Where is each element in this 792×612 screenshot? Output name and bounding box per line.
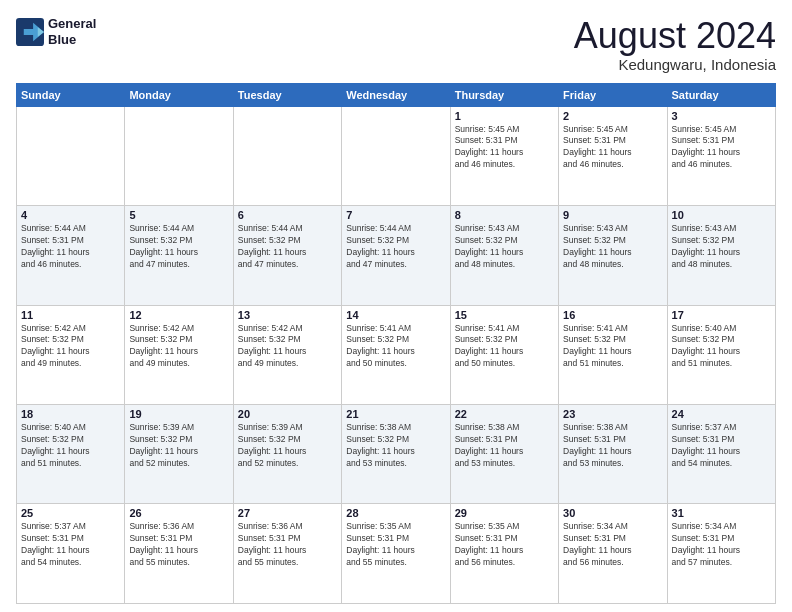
day-number: 23 [563, 408, 662, 420]
weekday-header: Thursday [450, 83, 558, 106]
calendar-cell [17, 106, 125, 205]
day-number: 26 [129, 507, 228, 519]
calendar-cell: 22Sunrise: 5:38 AM Sunset: 5:31 PM Dayli… [450, 405, 558, 504]
calendar-cell [233, 106, 341, 205]
logo-text: General Blue [48, 16, 96, 47]
weekday-header: Tuesday [233, 83, 341, 106]
calendar-cell: 13Sunrise: 5:42 AM Sunset: 5:32 PM Dayli… [233, 305, 341, 404]
calendar-cell: 23Sunrise: 5:38 AM Sunset: 5:31 PM Dayli… [559, 405, 667, 504]
location: Kedungwaru, Indonesia [574, 56, 776, 73]
day-info: Sunrise: 5:42 AM Sunset: 5:32 PM Dayligh… [238, 323, 337, 371]
day-number: 25 [21, 507, 120, 519]
day-number: 24 [672, 408, 771, 420]
day-info: Sunrise: 5:36 AM Sunset: 5:31 PM Dayligh… [238, 521, 337, 569]
weekday-header: Monday [125, 83, 233, 106]
calendar-week-row: 25Sunrise: 5:37 AM Sunset: 5:31 PM Dayli… [17, 504, 776, 604]
day-number: 28 [346, 507, 445, 519]
day-number: 21 [346, 408, 445, 420]
day-number: 7 [346, 209, 445, 221]
page: General Blue August 2024 Kedungwaru, Ind… [0, 0, 792, 612]
calendar-cell: 12Sunrise: 5:42 AM Sunset: 5:32 PM Dayli… [125, 305, 233, 404]
month-title: August 2024 [574, 16, 776, 56]
day-info: Sunrise: 5:44 AM Sunset: 5:31 PM Dayligh… [21, 223, 120, 271]
day-info: Sunrise: 5:42 AM Sunset: 5:32 PM Dayligh… [129, 323, 228, 371]
day-info: Sunrise: 5:39 AM Sunset: 5:32 PM Dayligh… [238, 422, 337, 470]
calendar-cell: 28Sunrise: 5:35 AM Sunset: 5:31 PM Dayli… [342, 504, 450, 604]
day-number: 27 [238, 507, 337, 519]
day-number: 22 [455, 408, 554, 420]
day-number: 20 [238, 408, 337, 420]
day-info: Sunrise: 5:45 AM Sunset: 5:31 PM Dayligh… [455, 124, 554, 172]
calendar-cell: 4Sunrise: 5:44 AM Sunset: 5:31 PM Daylig… [17, 206, 125, 305]
calendar-cell: 20Sunrise: 5:39 AM Sunset: 5:32 PM Dayli… [233, 405, 341, 504]
day-number: 16 [563, 309, 662, 321]
day-info: Sunrise: 5:37 AM Sunset: 5:31 PM Dayligh… [21, 521, 120, 569]
calendar-cell: 31Sunrise: 5:34 AM Sunset: 5:31 PM Dayli… [667, 504, 775, 604]
calendar-week-row: 4Sunrise: 5:44 AM Sunset: 5:31 PM Daylig… [17, 206, 776, 305]
calendar-cell: 27Sunrise: 5:36 AM Sunset: 5:31 PM Dayli… [233, 504, 341, 604]
calendar-cell [125, 106, 233, 205]
calendar-table: SundayMondayTuesdayWednesdayThursdayFrid… [16, 83, 776, 604]
day-info: Sunrise: 5:44 AM Sunset: 5:32 PM Dayligh… [129, 223, 228, 271]
day-info: Sunrise: 5:45 AM Sunset: 5:31 PM Dayligh… [672, 124, 771, 172]
calendar-cell: 9Sunrise: 5:43 AM Sunset: 5:32 PM Daylig… [559, 206, 667, 305]
weekday-header: Sunday [17, 83, 125, 106]
calendar-cell: 1Sunrise: 5:45 AM Sunset: 5:31 PM Daylig… [450, 106, 558, 205]
calendar-cell: 15Sunrise: 5:41 AM Sunset: 5:32 PM Dayli… [450, 305, 558, 404]
calendar-cell: 26Sunrise: 5:36 AM Sunset: 5:31 PM Dayli… [125, 504, 233, 604]
day-info: Sunrise: 5:34 AM Sunset: 5:31 PM Dayligh… [672, 521, 771, 569]
calendar-week-row: 1Sunrise: 5:45 AM Sunset: 5:31 PM Daylig… [17, 106, 776, 205]
day-info: Sunrise: 5:39 AM Sunset: 5:32 PM Dayligh… [129, 422, 228, 470]
day-info: Sunrise: 5:35 AM Sunset: 5:31 PM Dayligh… [455, 521, 554, 569]
calendar-week-row: 18Sunrise: 5:40 AM Sunset: 5:32 PM Dayli… [17, 405, 776, 504]
calendar-cell: 29Sunrise: 5:35 AM Sunset: 5:31 PM Dayli… [450, 504, 558, 604]
day-info: Sunrise: 5:38 AM Sunset: 5:32 PM Dayligh… [346, 422, 445, 470]
day-number: 31 [672, 507, 771, 519]
day-info: Sunrise: 5:43 AM Sunset: 5:32 PM Dayligh… [455, 223, 554, 271]
day-info: Sunrise: 5:42 AM Sunset: 5:32 PM Dayligh… [21, 323, 120, 371]
day-number: 12 [129, 309, 228, 321]
weekday-header: Friday [559, 83, 667, 106]
day-info: Sunrise: 5:36 AM Sunset: 5:31 PM Dayligh… [129, 521, 228, 569]
calendar-cell: 21Sunrise: 5:38 AM Sunset: 5:32 PM Dayli… [342, 405, 450, 504]
calendar-cell: 11Sunrise: 5:42 AM Sunset: 5:32 PM Dayli… [17, 305, 125, 404]
calendar-cell: 3Sunrise: 5:45 AM Sunset: 5:31 PM Daylig… [667, 106, 775, 205]
day-info: Sunrise: 5:35 AM Sunset: 5:31 PM Dayligh… [346, 521, 445, 569]
day-number: 1 [455, 110, 554, 122]
calendar-cell: 7Sunrise: 5:44 AM Sunset: 5:32 PM Daylig… [342, 206, 450, 305]
day-info: Sunrise: 5:38 AM Sunset: 5:31 PM Dayligh… [563, 422, 662, 470]
calendar-cell [342, 106, 450, 205]
calendar-cell: 19Sunrise: 5:39 AM Sunset: 5:32 PM Dayli… [125, 405, 233, 504]
calendar-cell: 6Sunrise: 5:44 AM Sunset: 5:32 PM Daylig… [233, 206, 341, 305]
day-info: Sunrise: 5:34 AM Sunset: 5:31 PM Dayligh… [563, 521, 662, 569]
day-info: Sunrise: 5:43 AM Sunset: 5:32 PM Dayligh… [672, 223, 771, 271]
day-number: 9 [563, 209, 662, 221]
day-number: 19 [129, 408, 228, 420]
day-number: 30 [563, 507, 662, 519]
calendar-cell: 18Sunrise: 5:40 AM Sunset: 5:32 PM Dayli… [17, 405, 125, 504]
weekday-header: Wednesday [342, 83, 450, 106]
day-number: 18 [21, 408, 120, 420]
calendar-cell: 30Sunrise: 5:34 AM Sunset: 5:31 PM Dayli… [559, 504, 667, 604]
calendar-cell: 10Sunrise: 5:43 AM Sunset: 5:32 PM Dayli… [667, 206, 775, 305]
day-info: Sunrise: 5:43 AM Sunset: 5:32 PM Dayligh… [563, 223, 662, 271]
day-number: 8 [455, 209, 554, 221]
day-info: Sunrise: 5:45 AM Sunset: 5:31 PM Dayligh… [563, 124, 662, 172]
day-number: 13 [238, 309, 337, 321]
day-info: Sunrise: 5:37 AM Sunset: 5:31 PM Dayligh… [672, 422, 771, 470]
calendar-cell: 2Sunrise: 5:45 AM Sunset: 5:31 PM Daylig… [559, 106, 667, 205]
day-info: Sunrise: 5:41 AM Sunset: 5:32 PM Dayligh… [346, 323, 445, 371]
day-info: Sunrise: 5:41 AM Sunset: 5:32 PM Dayligh… [455, 323, 554, 371]
day-number: 29 [455, 507, 554, 519]
logo: General Blue [16, 16, 96, 47]
day-info: Sunrise: 5:40 AM Sunset: 5:32 PM Dayligh… [21, 422, 120, 470]
day-info: Sunrise: 5:38 AM Sunset: 5:31 PM Dayligh… [455, 422, 554, 470]
calendar-cell: 25Sunrise: 5:37 AM Sunset: 5:31 PM Dayli… [17, 504, 125, 604]
calendar-cell: 14Sunrise: 5:41 AM Sunset: 5:32 PM Dayli… [342, 305, 450, 404]
day-number: 17 [672, 309, 771, 321]
day-number: 14 [346, 309, 445, 321]
day-info: Sunrise: 5:44 AM Sunset: 5:32 PM Dayligh… [346, 223, 445, 271]
day-number: 2 [563, 110, 662, 122]
day-number: 11 [21, 309, 120, 321]
calendar-cell: 5Sunrise: 5:44 AM Sunset: 5:32 PM Daylig… [125, 206, 233, 305]
